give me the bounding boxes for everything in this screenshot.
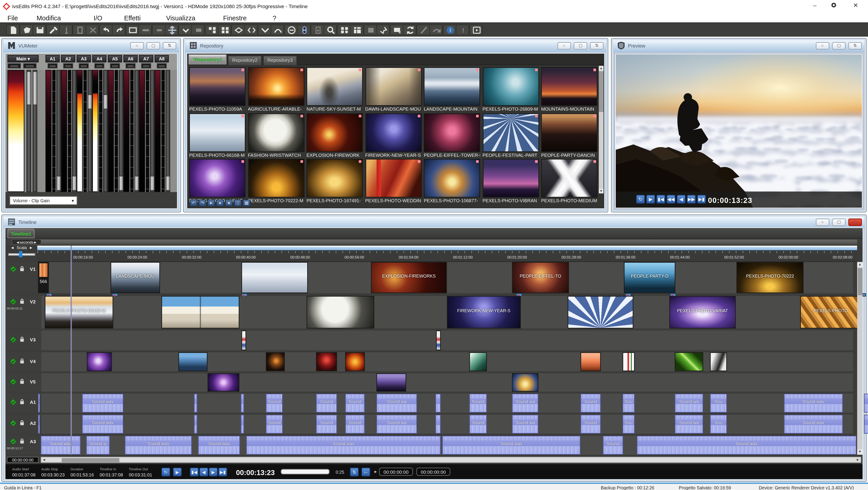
svg-text:i: i (450, 27, 451, 33)
svg-text:!: ! (462, 26, 464, 34)
